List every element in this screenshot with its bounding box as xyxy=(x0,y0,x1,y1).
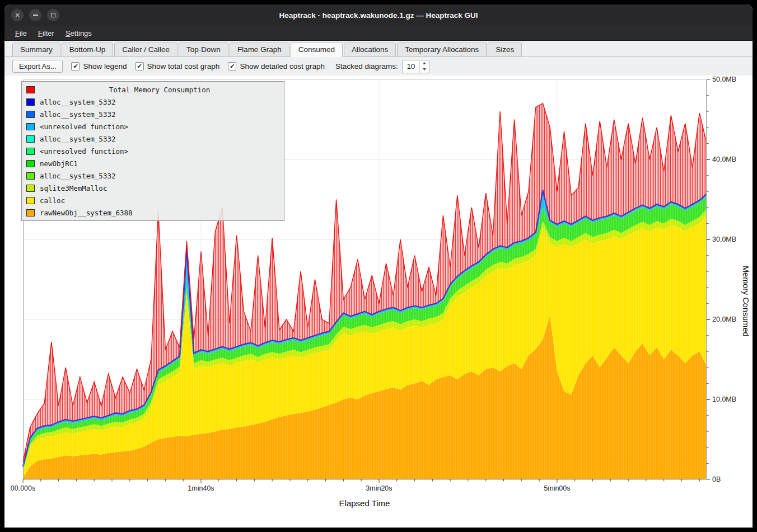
y-tick-label: 40,0MB xyxy=(712,155,736,164)
menu-filter[interactable]: Filter xyxy=(33,27,59,39)
legend-row-sqlite3memmalloc: sqlite3MemMalloc xyxy=(24,182,282,194)
toolbar: Export As... ✔Show legend✔Show total cos… xyxy=(4,57,753,76)
checkbox-box[interactable]: ✔ xyxy=(135,62,144,70)
spinbox-down-button[interactable] xyxy=(420,67,429,73)
chevron-up-icon xyxy=(423,62,426,64)
checkbox-show-legend[interactable]: ✔Show legend xyxy=(71,62,127,70)
tab-summary[interactable]: Summary xyxy=(12,43,60,57)
tab-caller-callee[interactable]: Caller / Callee xyxy=(114,43,177,57)
close-button[interactable]: ✕ xyxy=(11,9,24,21)
legend-swatch xyxy=(26,172,35,180)
legend-row-unresolved-function: <unresolved function> xyxy=(24,120,282,133)
legend-row-rawnewobj-system-6388: rawNewObj__system_6388 xyxy=(24,206,282,219)
legend-swatch xyxy=(26,98,35,106)
chart-area: 0B10,0MB20,0MB30,0MB40,0MB50,0MB 00.000s… xyxy=(4,76,753,528)
y-tick-label: 0B xyxy=(712,475,721,484)
legend-entry-label: alloc__system_5332 xyxy=(40,110,115,119)
titlebar[interactable]: ✕ Heaptrack - heaptrack.wakunode.1.gz — … xyxy=(4,4,753,26)
legend-swatch xyxy=(26,123,35,130)
spinbox-value: 10 xyxy=(403,60,419,73)
heaptrack-window: ✕ Heaptrack - heaptrack.wakunode.1.gz — … xyxy=(4,4,753,528)
legend-swatch-total-memory xyxy=(26,86,35,93)
y-axis-title: Memory Consumed xyxy=(741,266,750,337)
legend-entry-label: alloc__system_5332 xyxy=(40,98,115,106)
legend-row-alloc-system-5332: alloc__system_5332 xyxy=(24,96,282,108)
menu-settings[interactable]: Settings xyxy=(60,27,97,39)
stacked-diagrams-label: Stacked diagrams: xyxy=(335,62,398,70)
legend-swatch xyxy=(26,160,35,167)
chevron-down-icon xyxy=(423,68,426,70)
checkbox-label: Show detailed cost graph xyxy=(240,62,325,70)
x-tick-label: 3min20s xyxy=(366,484,392,492)
tab-allocations[interactable]: Allocations xyxy=(344,43,396,57)
legend-entry-label: alloc__system_5332 xyxy=(40,135,115,143)
chart-legend: Total Memory Consumption alloc__system_5… xyxy=(21,81,284,221)
legend-entry-label: sqlite3MemMalloc xyxy=(40,184,107,192)
spinbox-steppers xyxy=(419,60,429,73)
legend-row-alloc-system-5332: alloc__system_5332 xyxy=(24,170,282,182)
legend-entry-label: alloc__system_5332 xyxy=(40,172,115,180)
y-tick-label: 50,0MB xyxy=(712,75,736,84)
checkbox-box[interactable]: ✔ xyxy=(71,62,80,70)
minimize-button[interactable] xyxy=(29,9,41,21)
checkbox-show-total-cost-graph[interactable]: ✔Show total cost graph xyxy=(135,62,220,70)
x-axis-title: Elapsed Time xyxy=(339,498,390,508)
y-tick-label: 20,0MB xyxy=(712,315,736,324)
tab-sizes[interactable]: Sizes xyxy=(488,43,522,57)
tab-top-down[interactable]: Top-Down xyxy=(179,43,228,57)
spinbox-up-button[interactable] xyxy=(420,60,429,67)
legend-entry-label: <unresolved function> xyxy=(40,123,128,131)
legend-swatch xyxy=(26,135,35,143)
legend-swatch xyxy=(26,197,35,204)
export-as-button[interactable]: Export As... xyxy=(12,60,63,73)
legend-swatch xyxy=(26,148,35,155)
x-tick-label: 00.000s xyxy=(11,484,35,492)
legend-row-alloc-system-5332: alloc__system_5332 xyxy=(24,133,282,145)
toolbar-checkboxes: ✔Show legend✔Show total cost graph✔Show … xyxy=(71,62,325,70)
legend-swatch xyxy=(26,185,35,192)
x-tick-label: 5min00s xyxy=(544,484,570,492)
checkbox-show-detailed-cost-graph[interactable]: ✔Show detailed cost graph xyxy=(228,62,325,70)
legend-swatch xyxy=(26,111,35,118)
window-title: Heaptrack - heaptrack.wakunode.1.gz — He… xyxy=(4,11,753,20)
legend-row-alloc-system-5332: alloc__system_5332 xyxy=(24,108,282,120)
checkbox-label: Show legend xyxy=(83,62,127,70)
legend-title: Total Memory Consumption xyxy=(40,86,279,94)
stacked-diagrams-spinbox[interactable]: 10 xyxy=(402,60,429,73)
maximize-button[interactable] xyxy=(47,9,59,21)
legend-header-row: Total Memory Consumption xyxy=(24,83,282,96)
legend-swatch xyxy=(26,209,35,216)
menu-bar: FileFilterSettings xyxy=(4,26,753,41)
tab-temporary-allocations[interactable]: Temporary Allocations xyxy=(397,43,487,57)
maximize-icon xyxy=(51,13,55,17)
legend-row-newobjrc1: newObjRC1 xyxy=(24,157,282,170)
window-controls: ✕ xyxy=(11,9,59,21)
x-tick-label: 1min40s xyxy=(188,484,214,492)
menu-file[interactable]: File xyxy=(10,27,32,39)
legend-entry-label: calloc xyxy=(40,196,65,205)
checkbox-box[interactable]: ✔ xyxy=(228,62,236,70)
minimize-icon xyxy=(33,15,38,16)
legend-entry-label: <unresolved function> xyxy=(40,147,128,156)
checkbox-label: Show total cost graph xyxy=(147,62,220,70)
legend-entry-label: newObjRC1 xyxy=(40,159,78,168)
legend-entry-label: rawNewObj__system_6388 xyxy=(40,209,133,217)
legend-row-calloc: calloc xyxy=(24,194,282,206)
legend-entries: alloc__system_5332alloc__system_5332<unr… xyxy=(24,96,282,219)
tab-bar: SummaryBottom-UpCaller / CalleeTop-DownF… xyxy=(4,41,753,57)
y-tick-label: 30,0MB xyxy=(712,235,736,244)
tab-consumed[interactable]: Consumed xyxy=(291,43,343,57)
tab-flame-graph[interactable]: Flame Graph xyxy=(230,43,289,57)
tab-bottom-up[interactable]: Bottom-Up xyxy=(62,43,114,57)
y-tick-label: 10,0MB xyxy=(712,395,736,404)
legend-row-unresolved-function: <unresolved function> xyxy=(24,145,282,157)
